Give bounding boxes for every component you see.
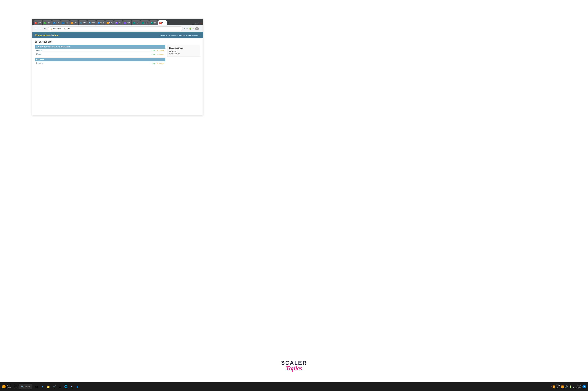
tab-writ2[interactable]: W Writ [123, 20, 131, 25]
tab-label: How [109, 22, 113, 24]
taskbar: 16°C Sunny ⊞ 🔍 Search 🗂 ● 📁 🛒 ⚙ 🌐 [0, 382, 588, 391]
tab-cust2[interactable]: C Cust [61, 20, 70, 25]
address-bar: ← → ↻ 🔒 localhost:8000/admin/ ⬆ ☆ 🧩 ⊡ TR… [32, 25, 203, 32]
tab-icon: W [115, 22, 118, 24]
address-actions: ⬆ ☆ 🧩 ⊡ TR ⋮ [184, 27, 202, 30]
store-icon: 🛒 [52, 385, 56, 389]
refresh-button[interactable]: ↻ [43, 27, 47, 31]
start-button[interactable]: ⊞ [14, 385, 17, 389]
date-text: 17-12-2022 [573, 387, 581, 389]
tab-the1[interactable]: T The [132, 20, 140, 25]
volume-icon: 🔊 [565, 386, 568, 388]
taskbar-chrome[interactable] [69, 384, 74, 389]
taskbar-store[interactable]: 🛒 [52, 384, 57, 389]
tab-icon: C [53, 22, 55, 24]
tray-chevron[interactable]: ^ [551, 386, 552, 388]
star-icon[interactable]: ☆ [186, 27, 188, 30]
tab-cust1[interactable]: C Cust [52, 20, 61, 25]
taskbar-vscode[interactable]: ◧ [75, 384, 80, 389]
tab-label: Trap! [47, 22, 50, 24]
tab-label: The [145, 22, 147, 24]
tab-label: The [153, 22, 156, 24]
tab-label: The [136, 22, 138, 24]
window-controls: ⌄ − □ × [192, 22, 202, 25]
taskbar-folder[interactable]: 📁 [46, 384, 51, 389]
tab-icon: C [98, 22, 100, 24]
split-view-icon[interactable]: ⊡ [193, 27, 194, 30]
forward-button[interactable]: → [38, 27, 42, 31]
tab-label: Djan [83, 22, 86, 24]
students-actions: + Add ✏ Change [151, 62, 164, 64]
users-link[interactable]: Users [36, 53, 151, 55]
groups-link[interactable]: Groups [36, 49, 151, 51]
tab-icon: T [44, 22, 46, 24]
recent-actions-title: Recent actions [169, 47, 198, 49]
clock: 10:54 17-12-2022 [573, 385, 581, 389]
users-add-link[interactable]: + Add [151, 53, 155, 55]
folder-icon: 📁 [46, 385, 50, 389]
users-change-link[interactable]: ✏ Change [157, 53, 164, 55]
new-tab-button[interactable]: + [167, 20, 171, 25]
taskbar-app5[interactable]: ⚙ [58, 384, 62, 389]
groups-change-link[interactable]: ✏ Change [157, 50, 164, 51]
weather-sun-icon [2, 385, 5, 389]
tab-writ1[interactable]: W Writ [114, 20, 123, 25]
tab-label: S [162, 22, 163, 24]
tab-gmail[interactable]: M Spre [33, 20, 42, 25]
students-add-link[interactable]: + Add [151, 62, 155, 64]
tab-trap[interactable]: T Trap! [43, 20, 52, 25]
back-button[interactable]: ← [33, 27, 37, 31]
edge-icon: 🌐 [64, 385, 68, 389]
weather-info: 16°C Sunny [6, 385, 11, 389]
tab-icon: T [133, 22, 135, 24]
tab-label: How [74, 22, 77, 24]
share-icon[interactable]: ⬆ [184, 27, 185, 30]
restore-button[interactable]: □ [198, 22, 199, 25]
scaler-logo: SCALER Topics [281, 360, 307, 372]
example-section: EXAMPLE Students + Add ✏ Change [35, 58, 165, 65]
django-header: Django administration WELCOME, TR. VIEW … [32, 32, 203, 38]
groups-add-link[interactable]: + Add [151, 50, 155, 51]
my-actions-label: My actions [169, 50, 198, 52]
tab-the2[interactable]: T The [140, 20, 149, 25]
site-admin-heading: Site administration [35, 41, 200, 43]
tab-cust3[interactable]: C Cust [96, 20, 105, 25]
minimize-button[interactable]: − [195, 22, 197, 25]
taskbar-search-box[interactable]: 🔍 Search [19, 384, 32, 389]
zoom-icon: ● [41, 385, 43, 388]
weather-widget[interactable]: 16°C Sunny [2, 385, 11, 389]
tab-icon: T [142, 22, 144, 24]
django-admin-title: Django administration [35, 34, 58, 36]
taskbar-zoom[interactable]: ● [40, 384, 45, 389]
weather-condition: Sunny [6, 387, 11, 389]
students-change-link[interactable]: ✏ Change [157, 62, 164, 64]
tab-djan1[interactable]: D Djan [79, 20, 87, 25]
taskbar-filemanager[interactable]: 🗂 [34, 384, 39, 389]
tab-close-icon[interactable]: × [164, 22, 165, 24]
tab-how2[interactable]: H How [105, 20, 114, 25]
url-bar[interactable]: 🔒 localhost:8000/admin/ [48, 26, 183, 31]
auth-section: AUTHENTICATION AND AUTHORIZATION Groups … [35, 45, 165, 56]
help-button[interactable]: ? [583, 385, 586, 389]
tab-how1[interactable]: H How [70, 20, 78, 25]
admin-main: AUTHENTICATION AND AUTHORIZATION Groups … [35, 45, 165, 67]
menu-icon[interactable]: ⋮ [200, 27, 202, 30]
tab-label: Cust [101, 22, 104, 24]
tab-icon: M [35, 22, 37, 24]
tab-the3[interactable]: T The [149, 20, 158, 25]
region-text: IN [556, 387, 560, 389]
tab-active[interactable]: S S × [158, 20, 167, 25]
search-icon: 🔍 [21, 386, 24, 388]
tab-list-icon[interactable]: ⌄ [192, 22, 194, 25]
tab-djan2[interactable]: D Djan [87, 20, 96, 25]
users-row: Users + Add ✏ Change [35, 52, 165, 56]
profile-avatar[interactable]: TR [195, 27, 199, 30]
close-button[interactable]: × [200, 22, 202, 25]
tab-bar: M Spre T Trap! C Cust C Cust H How D Dja… [32, 19, 203, 25]
taskbar-edge[interactable]: 🌐 [63, 384, 68, 389]
django-body: Site administration AUTHENTICATION AND A… [32, 38, 203, 115]
students-link[interactable]: Students [36, 62, 151, 64]
tab-label: Cust [65, 22, 68, 24]
extensions-icon[interactable]: 🧩 [189, 27, 192, 30]
url-text: localhost:8000/admin/ [53, 28, 70, 30]
